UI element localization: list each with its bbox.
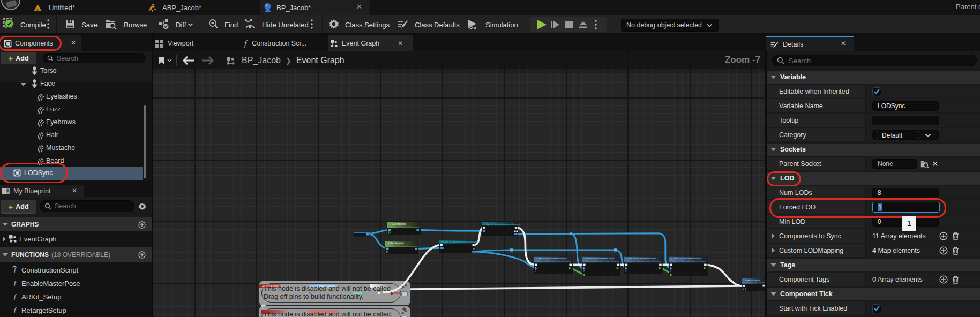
svg-text:Target is Primitive Component: Target is Primitive Component — [389, 245, 418, 247]
svg-text:Target is Material Instance Dy: Target is Material Instance Dynamic — [672, 260, 706, 262]
svg-text:Target is BP Jacob: Target is BP Jacob — [746, 281, 765, 284]
svg-text:↠ Cast To MaterialInstanceDyna: ↠ Cast To MaterialInstanceDynamic — [483, 223, 521, 225]
svg-text:Target is Primitive Component: Target is Primitive Component — [391, 225, 420, 228]
svg-text:Target is Material Instance Dy: Target is Material Instance Dynamic — [627, 260, 661, 262]
svg-text:f: f — [14, 292, 17, 300]
svg-text:Target is Material Instance Dy: Target is Material Instance Dynamic — [586, 260, 619, 262]
svg-text:f: f — [14, 266, 17, 273]
svg-text:↠ Cast To MaterialInstanceDyna: ↠ Cast To MaterialInstanceDynamic — [441, 240, 479, 243]
svg-text:f: f — [14, 279, 17, 286]
svg-text:Target is Material Instance Dy: Target is Material Instance Dynamic — [537, 260, 571, 262]
svg-text:f: f — [14, 306, 17, 313]
